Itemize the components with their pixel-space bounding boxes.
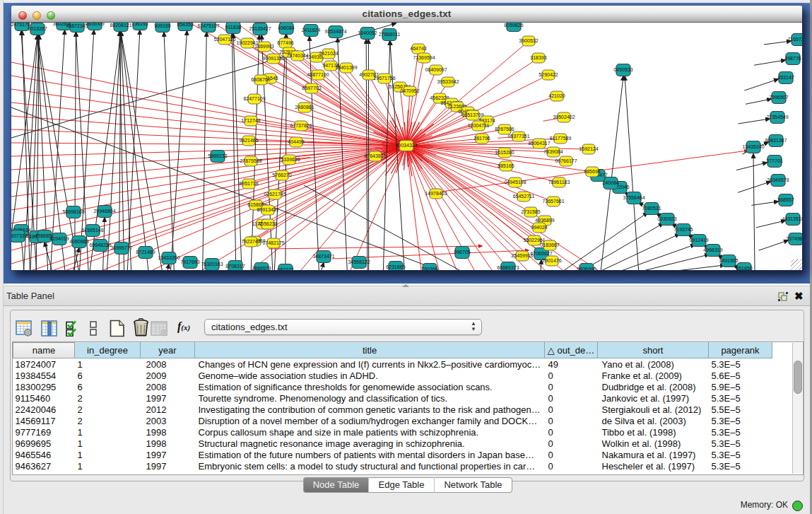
svg-text:651850: 651850 — [736, 266, 752, 270]
svg-text:7923747: 7923747 — [241, 239, 260, 244]
svg-text:1607337: 1607337 — [11, 233, 28, 238]
svg-text:07482175: 07482175 — [262, 240, 284, 245]
svg-text:4556238: 4556238 — [258, 221, 277, 226]
svg-text:2901476: 2901476 — [542, 258, 561, 263]
svg-text:27354549: 27354549 — [766, 115, 788, 119]
svg-text:13433200: 13433200 — [158, 255, 180, 260]
svg-text:00766177: 00766177 — [555, 158, 577, 163]
svg-text:4294019: 4294019 — [49, 236, 69, 241]
svg-text:404499: 404499 — [288, 139, 304, 144]
svg-text:096705: 096705 — [454, 250, 470, 255]
svg-text:88208121: 88208121 — [110, 23, 131, 28]
svg-text:854353: 854353 — [177, 23, 193, 27]
svg-text:9912419: 9912419 — [689, 238, 708, 243]
svg-text:06409097: 06409097 — [425, 67, 447, 72]
svg-text:9805009: 9805009 — [85, 23, 104, 26]
svg-text:39533942: 39533942 — [437, 79, 459, 84]
svg-text:02621745: 02621745 — [264, 192, 286, 197]
svg-text:094024: 094024 — [531, 225, 547, 230]
svg-text:82477109: 82477109 — [243, 96, 265, 101]
svg-text:97643815: 97643815 — [364, 153, 386, 158]
svg-text:5290422: 5290422 — [539, 72, 558, 77]
svg-text:0470952: 0470952 — [400, 88, 419, 93]
svg-text:59401399: 59401399 — [335, 65, 357, 70]
svg-text:4936899: 4936899 — [535, 218, 554, 223]
svg-text:37556464: 37556464 — [623, 195, 645, 200]
svg-text:61595148: 61595148 — [81, 228, 103, 233]
svg-text:67065627: 67065627 — [530, 251, 552, 256]
svg-text:14978403: 14978403 — [425, 191, 447, 196]
svg-text:318393: 318393 — [530, 55, 546, 60]
svg-text:48877190: 48877190 — [307, 72, 329, 77]
svg-text:7996507: 7996507 — [769, 95, 788, 100]
svg-text:1712748: 1712748 — [241, 118, 260, 123]
svg-text:498084: 498084 — [278, 25, 294, 30]
svg-text:65648236: 65648236 — [89, 243, 111, 247]
svg-text:55022961: 55022961 — [523, 238, 545, 243]
svg-text:27875588: 27875588 — [240, 158, 261, 163]
svg-text:25459910: 25459910 — [511, 253, 533, 258]
svg-text:29946804: 29946804 — [93, 209, 115, 214]
svg-text:8708317: 8708317 — [225, 264, 245, 269]
svg-text:985698: 985698 — [584, 169, 600, 174]
svg-text:7917693: 7917693 — [180, 259, 199, 264]
svg-text:67737826: 67737826 — [290, 123, 312, 128]
svg-text:13435240: 13435240 — [742, 144, 764, 149]
svg-text:9821465: 9821465 — [239, 138, 258, 143]
svg-text:1491905: 1491905 — [719, 258, 738, 263]
svg-text:12004711: 12004711 — [468, 123, 490, 128]
svg-text:80913431: 80913431 — [257, 207, 278, 212]
svg-text:6808760: 6808760 — [251, 77, 270, 82]
svg-text:8721489: 8721489 — [136, 250, 155, 255]
svg-text:1592124: 1592124 — [579, 146, 598, 151]
svg-text:96513709: 96513709 — [461, 112, 483, 117]
svg-text:760366: 760366 — [421, 267, 437, 270]
svg-text:34558122: 34558122 — [348, 259, 370, 264]
svg-text:39502402: 39502402 — [553, 115, 575, 119]
svg-text:911838: 911838 — [225, 25, 242, 30]
svg-text:0450533: 0450533 — [613, 67, 632, 72]
svg-text:81177589: 81177589 — [550, 136, 572, 141]
svg-text:1869993: 1869993 — [254, 44, 273, 49]
svg-text:3374989: 3374989 — [786, 236, 802, 241]
svg-text:36349578: 36349578 — [767, 177, 789, 182]
svg-text:0183667: 0183667 — [540, 243, 559, 247]
svg-text:464743: 464743 — [410, 46, 426, 51]
svg-text:421020: 421020 — [548, 93, 565, 98]
svg-text:2731585: 2731585 — [521, 209, 540, 214]
svg-text:261796: 261796 — [473, 136, 490, 141]
svg-text:2411824: 2411824 — [302, 28, 321, 33]
svg-text:0330923: 0330923 — [657, 216, 676, 221]
svg-text:62475107: 62475107 — [197, 23, 219, 28]
svg-text:1615280: 1615280 — [495, 150, 514, 155]
svg-text:453147: 453147 — [777, 75, 794, 80]
svg-text:4966319: 4966319 — [703, 247, 722, 252]
svg-text:4060883: 4060883 — [69, 239, 88, 244]
svg-text:136193: 136193 — [131, 23, 148, 26]
svg-text:8059826: 8059826 — [504, 23, 523, 28]
svg-text:36995777: 36995777 — [110, 245, 132, 250]
svg-text:76320163: 76320163 — [201, 262, 223, 267]
svg-text:677496: 677496 — [277, 40, 293, 45]
svg-text:71657262: 71657262 — [787, 37, 802, 42]
svg-text:80831367: 80831367 — [765, 138, 787, 143]
svg-text:99091334: 99091334 — [262, 56, 284, 61]
svg-text:2421024: 2421024 — [319, 51, 338, 56]
svg-text:885165: 885165 — [498, 163, 514, 168]
svg-text:78961183: 78961183 — [548, 180, 570, 185]
svg-text:5869232: 5869232 — [208, 153, 227, 158]
svg-text:7193745: 7193745 — [673, 227, 693, 232]
svg-text:90034324: 90034324 — [395, 143, 417, 148]
svg-text:377701: 377701 — [766, 158, 782, 163]
svg-text:34873471: 34873471 — [312, 254, 334, 259]
svg-text:909169: 909169 — [154, 23, 170, 28]
svg-text:498776: 498776 — [784, 56, 801, 61]
svg-text:71369594: 71369594 — [413, 55, 435, 60]
svg-text:240084: 240084 — [602, 180, 618, 185]
svg-text:05377351: 05377351 — [507, 134, 529, 139]
svg-text:85064317: 85064317 — [528, 141, 550, 146]
svg-text:687277: 687277 — [277, 267, 293, 270]
svg-text:8951718: 8951718 — [239, 181, 258, 186]
svg-text:9806990: 9806990 — [577, 267, 596, 270]
svg-text:25135427: 25135427 — [249, 26, 271, 31]
